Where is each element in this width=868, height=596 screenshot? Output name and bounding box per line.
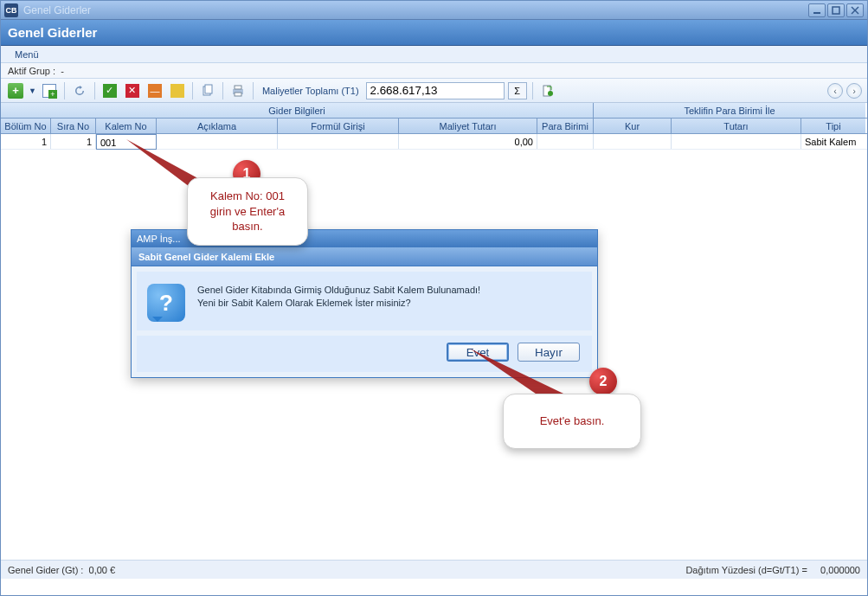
status-left-value: 0,00 € (89, 565, 116, 575)
cell-sira[interactable]: 1 (51, 134, 96, 149)
minimize-button[interactable] (808, 3, 826, 17)
confirm-dialog: AMP İnş... Sabit Genel Gider Kalemi Ekle… (131, 229, 598, 378)
dropdown-arrow-icon[interactable]: ▼ (29, 87, 36, 95)
svg-point-10 (548, 91, 553, 96)
active-group-label: Aktif Grup : (8, 66, 55, 76)
col-header-para[interactable]: Para Birimi (537, 119, 594, 133)
col-header-kalem[interactable]: Kalem No (96, 119, 157, 133)
titlebar: CB Genel Giderler (1, 1, 867, 20)
callout-2-text: Evet'e basın. (519, 413, 625, 429)
statusbar: Genel Gider (Gt) : 0,00 € Dağıtım Yüzdes… (1, 560, 867, 579)
svg-rect-1 (833, 7, 839, 14)
cell-kalem-editing[interactable]: 001 (96, 134, 157, 150)
total-label: Maliyetler Toplamı (T1) (262, 86, 359, 96)
dialog-body: ? Genel Gider Kitabında Girmiş Olduğunuz… (132, 266, 597, 336)
callout-1-line2: girin ve Enter'a (203, 204, 292, 220)
col-header-kur[interactable]: Kur (594, 119, 672, 133)
refresh-button[interactable] (70, 81, 89, 100)
sigma-button[interactable]: Σ (508, 82, 527, 99)
group-header-teklif: Teklifin Para Birimi İle (594, 103, 865, 118)
print-button[interactable] (228, 81, 248, 100)
status-left-label: Genel Gider (Gt) : (8, 565, 83, 575)
app-window: CB Genel Giderler Genel Giderler Menü Ak… (0, 0, 868, 596)
col-header-sira[interactable]: Sıra No (51, 119, 96, 133)
dialog-no-button[interactable]: Hayır (518, 343, 580, 362)
table-row[interactable]: 1 1 001 0,00 Sabit Kalem (1, 134, 867, 150)
total-input[interactable] (366, 82, 505, 99)
cell-tipi[interactable]: Sabit Kalem (801, 134, 865, 149)
callout-1-line3: basın. (203, 219, 292, 234)
cell-bolum[interactable]: 1 (1, 134, 51, 149)
window-title: Genel Giderler (23, 4, 91, 16)
col-header-tipi[interactable]: Tipi (801, 119, 865, 133)
col-header-formul[interactable]: Formül Girişi (278, 119, 399, 133)
cell-maliyet[interactable]: 0,00 (399, 134, 537, 149)
app-icon: CB (4, 3, 18, 17)
active-group-bar: Aktif Grup : - (1, 63, 867, 79)
callout-2-badge: 2 (589, 368, 617, 395)
question-icon: ? (147, 284, 185, 322)
status-right-value: 0,000000 (820, 565, 860, 575)
cancel-red-button[interactable]: ✕ (123, 81, 142, 100)
grid-header-columns: Bölüm No Sıra No Kalem No Açıklama Formü… (1, 119, 867, 134)
callout-2: Evet'e basın. (503, 394, 641, 449)
maximize-button[interactable] (827, 3, 845, 17)
dialog-line1: Genel Gider Kitabında Girmiş Olduğunuz S… (197, 284, 480, 297)
svg-rect-7 (235, 86, 241, 89)
group-header-gider: Gider Bilgileri (1, 103, 594, 118)
cell-tutar[interactable] (672, 134, 801, 149)
check-green-button[interactable]: ✓ (100, 81, 119, 100)
col-header-maliyet[interactable]: Maliyet Tutarı (399, 119, 537, 133)
active-group-value: - (61, 66, 64, 76)
col-header-bolum[interactable]: Bölüm No (1, 119, 51, 133)
svg-rect-0 (813, 12, 820, 14)
grid-body: 1 1 001 0,00 Sabit Kalem AMP İnş... Sabi… (1, 134, 867, 560)
dialog-subtitle: Sabit Genel Gider Kalemi Ekle (132, 247, 597, 266)
status-right-label: Dağıtım Yüzdesi (d=Gt/T1) = (685, 565, 807, 575)
nav-next-button[interactable]: › (846, 83, 862, 99)
page-header: Genel Giderler (1, 20, 867, 46)
toolbar: + ▼ + ✓ ✕ — Maliyet (1, 79, 867, 103)
export-button[interactable] (538, 81, 557, 100)
cell-aciklama[interactable] (157, 134, 278, 149)
col-header-aciklama[interactable]: Açıklama (157, 119, 278, 133)
nav-prev-button[interactable]: ‹ (827, 83, 843, 99)
page-title: Genel Giderler (8, 25, 97, 40)
menubar: Menü (1, 46, 867, 63)
callout-1: Kalem No: 001 girin ve Enter'a basın. (187, 177, 308, 246)
cell-kur[interactable] (594, 134, 672, 149)
dialog-buttons: Evet Hayır (132, 336, 597, 377)
svg-rect-5 (205, 85, 212, 93)
dialog-line2: Yeni bir Sabit Kalem Olarak Eklemek İste… (197, 297, 480, 310)
grid-header-groups: Gider Bilgileri Teklifin Para Birimi İle (1, 103, 867, 119)
orange-button[interactable]: — (145, 81, 164, 100)
callout-1-line1: Kalem No: 001 (203, 189, 292, 204)
new-item-button[interactable]: + (40, 81, 59, 100)
col-header-tutar[interactable]: Tutarı (672, 119, 801, 133)
menu-item-menu[interactable]: Menü (8, 48, 46, 61)
yellow-button[interactable] (168, 81, 187, 100)
copy-button[interactable] (198, 81, 217, 100)
dialog-yes-button[interactable]: Evet (447, 343, 509, 362)
cell-formul[interactable] (278, 134, 399, 149)
window-controls (808, 3, 864, 17)
svg-rect-8 (235, 93, 241, 96)
close-button[interactable] (846, 3, 864, 17)
dialog-message: Genel Gider Kitabında Girmiş Olduğunuz S… (197, 284, 480, 322)
add-button[interactable]: + (6, 81, 25, 100)
dialog-title: AMP İnş... (137, 234, 181, 244)
cell-para[interactable] (537, 134, 594, 149)
